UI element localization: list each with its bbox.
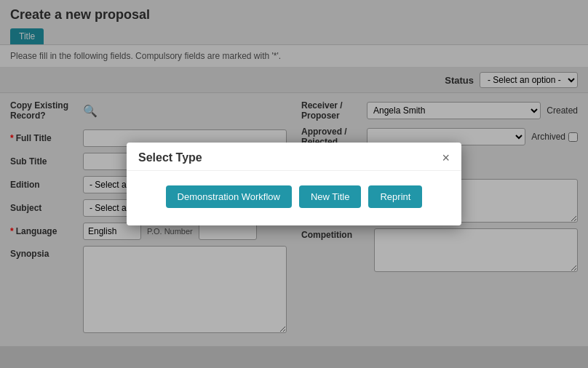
- demonstration-workflow-button[interactable]: Demonstration Workflow: [166, 185, 292, 208]
- modal-close-button[interactable]: ×: [442, 151, 450, 164]
- modal-overlay: Select Type × Demonstration Workflow New…: [0, 0, 588, 368]
- modal-body: Demonstration Workflow New Title Reprint: [127, 171, 461, 225]
- new-title-button[interactable]: New Title: [299, 185, 361, 208]
- select-type-modal: Select Type × Demonstration Workflow New…: [127, 143, 461, 225]
- reprint-button[interactable]: Reprint: [368, 185, 422, 208]
- modal-title: Select Type: [138, 151, 202, 164]
- modal-header: Select Type ×: [127, 143, 461, 171]
